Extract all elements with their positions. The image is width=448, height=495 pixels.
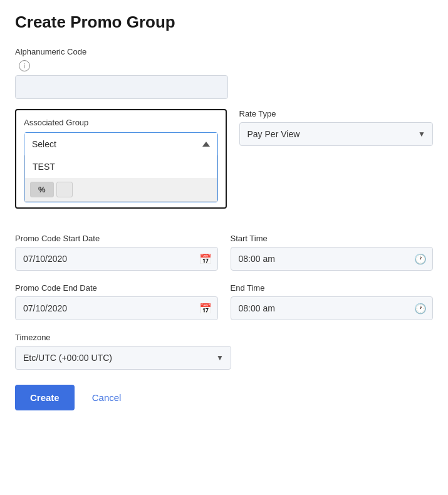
alphanumeric-code-input[interactable] (15, 75, 228, 99)
footer-btn-2[interactable] (56, 182, 73, 197)
promo-start-date-wrapper: 📅 (15, 247, 218, 271)
timezone-wrapper: Etc/UTC (+00:00 UTC) ▼ (15, 346, 231, 370)
timezone-label: Timezone (15, 333, 231, 342)
alphanumeric-code-label: Alphanumeric Code (15, 47, 228, 56)
info-icon[interactable]: i (19, 60, 30, 71)
associated-group-label: Associated Group (24, 118, 218, 127)
cancel-button[interactable]: Cancel (80, 385, 134, 410)
rate-type-label: Rate Type (239, 109, 434, 118)
end-time-label: End Time (231, 283, 434, 293)
timezone-select[interactable]: Etc/UTC (+00:00 UTC) (15, 346, 231, 370)
dropdown-arrow-up-icon (202, 142, 210, 147)
start-time-label: Start Time (231, 234, 434, 243)
promo-end-date-input[interactable] (15, 296, 218, 320)
rate-type-select[interactable]: Pay Per View (239, 122, 434, 146)
start-time-input[interactable] (231, 247, 434, 271)
promo-start-date-label: Promo Code Start Date (15, 234, 218, 243)
associated-group-header[interactable]: Select (24, 133, 217, 155)
start-time-wrapper: 🕐 (231, 247, 434, 271)
create-button[interactable]: Create (15, 385, 75, 410)
bottom-actions: Create Cancel (15, 385, 433, 410)
associated-group-selected: Select (32, 139, 56, 149)
end-time-input[interactable] (231, 296, 434, 320)
dropdown-footer: % (25, 178, 217, 201)
page-title: Create Promo Group (15, 13, 433, 32)
rate-type-wrapper: Pay Per View ▼ (239, 122, 434, 146)
associated-group-menu: TEST % (24, 155, 217, 202)
promo-end-date-label: Promo Code End Date (15, 283, 218, 293)
promo-start-date-input[interactable] (15, 247, 218, 271)
percent-button[interactable]: % (30, 182, 54, 197)
associated-group-dropdown[interactable]: Select TEST % (24, 132, 218, 202)
end-time-wrapper: 🕐 (231, 296, 434, 320)
promo-end-date-wrapper: 📅 (15, 296, 218, 320)
associated-group-option-test[interactable]: TEST (25, 155, 217, 178)
